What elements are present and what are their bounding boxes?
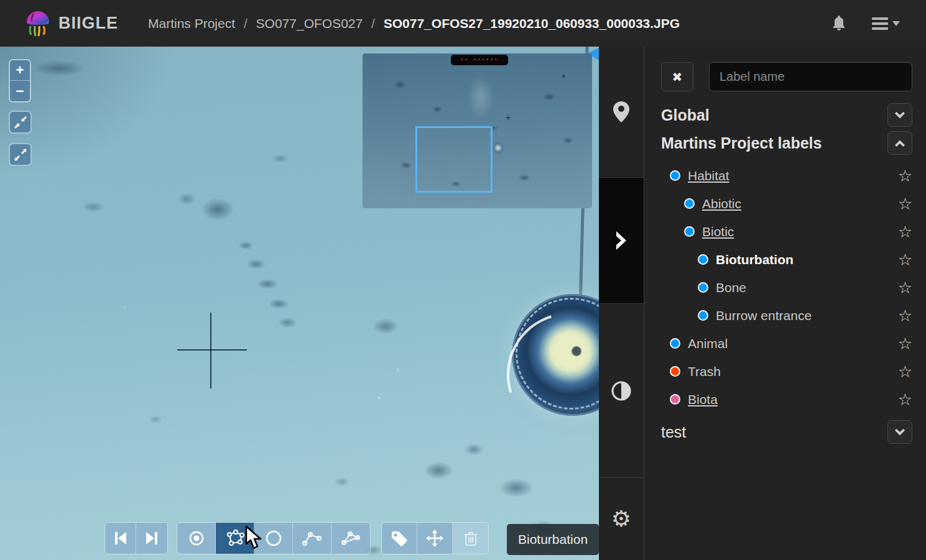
label-row-biotic[interactable]: Biotic ☆	[661, 218, 912, 246]
label-name[interactable]: Bioturbation	[716, 252, 794, 267]
favourite-star-icon[interactable]: ☆	[898, 224, 912, 240]
edit-tools-group	[381, 522, 489, 554]
label-name[interactable]: Abiotic	[702, 196, 741, 211]
breadcrumb-current-image: SO077_OFOS27_19920210_060933_000033.JPG	[384, 16, 680, 30]
tag-icon	[391, 530, 408, 546]
favourite-star-icon[interactable]: ☆	[898, 168, 912, 184]
zoom-in-button[interactable]: +	[10, 60, 30, 81]
label-color-dot	[670, 394, 680, 405]
label-color-dot	[698, 254, 708, 265]
biigle-annotation-app: BIIGLE Martins Project / SO077_OFOS027 /…	[0, 0, 926, 560]
zoom-to-fit-button[interactable]	[9, 111, 32, 134]
mouse-cursor-icon	[244, 525, 265, 550]
minimap-viewport-rect[interactable]	[415, 126, 493, 193]
breadcrumb: Martins Project / SO077_OFOS027 / SO077_…	[148, 16, 680, 31]
clear-search-button[interactable]: ✖	[661, 62, 693, 91]
minimap-laser-cross: +	[562, 72, 566, 81]
label-name[interactable]: Biota	[688, 392, 718, 407]
draw-tools-group	[177, 522, 371, 554]
zoom-control: + −	[9, 59, 31, 103]
labels-tab[interactable]	[599, 177, 644, 303]
brand-name: BIIGLE	[58, 14, 118, 33]
point-icon	[188, 530, 205, 546]
label-name[interactable]: Biotic	[702, 224, 734, 239]
move-annotation-button[interactable]	[417, 523, 453, 554]
biigle-logo[interactable]: BIIGLE	[25, 10, 118, 37]
label-name[interactable]: Animal	[688, 336, 728, 351]
favourite-star-icon[interactable]: ☆	[898, 392, 912, 408]
top-navbar: BIIGLE Martins Project / SO077_OFOS027 /…	[0, 0, 926, 47]
settings-tab[interactable]: ⚙	[599, 477, 644, 560]
previous-image-button[interactable]	[105, 523, 136, 554]
favourite-star-icon[interactable]: ☆	[898, 364, 912, 380]
label-row-bioturbation[interactable]: Bioturbation ☆	[661, 246, 912, 273]
point-tool-button[interactable]	[177, 523, 216, 554]
zoom-out-button[interactable]: −	[10, 81, 30, 101]
sidebar-tab-strip: ⚙	[599, 47, 644, 560]
label-tree: Habitat ☆ Abiotic ☆ Biotic ☆ Bioturbatio…	[661, 162, 912, 413]
annotation-canvas[interactable]: + − •• •••••• + +	[0, 47, 599, 560]
chevron-up-icon	[895, 140, 905, 147]
caret-down-icon	[892, 21, 900, 26]
label-name[interactable]: Bone	[716, 280, 746, 295]
notifications-button[interactable]	[832, 16, 846, 32]
gear-icon: ⚙	[611, 508, 631, 530]
label-name-input[interactable]	[709, 62, 912, 91]
selected-label-badge: Bioturbation	[507, 524, 599, 555]
led-timestamp-overlay: •• ••••••	[451, 55, 508, 65]
chevron-right-icon	[615, 231, 627, 250]
label-name[interactable]: Habitat	[688, 168, 729, 183]
label-row-habitat[interactable]: Habitat ☆	[661, 162, 912, 190]
breadcrumb-volume-link[interactable]: SO077_OFOS027	[256, 16, 363, 30]
favourite-star-icon[interactable]: ☆	[898, 196, 912, 212]
label-row-biota[interactable]: Biota ☆	[661, 385, 912, 413]
delete-annotation-button[interactable]	[453, 523, 488, 554]
label-name[interactable]: Burrow entrance	[716, 308, 812, 323]
favourite-star-icon[interactable]: ☆	[898, 336, 912, 352]
zoom-to-original-button[interactable]	[9, 143, 32, 166]
expand-tree-button[interactable]	[887, 420, 912, 444]
label-row-burrow-entrance[interactable]: Burrow entrance ☆	[661, 301, 912, 329]
label-row-animal[interactable]: Animal ☆	[661, 329, 912, 357]
tree-header-global: Global	[661, 101, 912, 129]
minimap[interactable]: •• •••••• + +	[363, 53, 592, 208]
jellyfish-logo-icon	[25, 10, 51, 37]
chevron-down-icon	[895, 429, 905, 436]
annotation-toolbar: Bioturbation	[0, 522, 599, 554]
contrast-icon	[611, 381, 631, 401]
trash-icon	[463, 530, 478, 546]
attach-label-button[interactable]	[382, 523, 417, 554]
label-row-trash[interactable]: Trash ☆	[661, 357, 912, 385]
magic-polygon-tool-button[interactable]	[331, 523, 370, 554]
bell-icon	[832, 16, 846, 32]
label-color-dot	[684, 198, 695, 209]
polyline-icon	[302, 530, 322, 546]
label-color-dot	[670, 170, 680, 181]
next-image-button[interactable]	[136, 523, 167, 554]
label-color-dot	[698, 310, 708, 321]
annotations-tab[interactable]	[599, 47, 644, 177]
label-row-abiotic[interactable]: Abiotic ☆	[661, 190, 912, 218]
line-tool-button[interactable]	[293, 523, 331, 554]
label-color-dot	[698, 282, 708, 293]
map-marker-icon	[613, 101, 629, 122]
polygon-icon	[226, 530, 244, 547]
label-row-bone[interactable]: Bone ☆	[661, 273, 912, 301]
favourite-star-icon[interactable]: ☆	[898, 308, 912, 324]
breadcrumb-project-link[interactable]: Martins Project	[148, 16, 235, 30]
tree-title: test	[661, 423, 686, 441]
hamburger-icon	[872, 17, 888, 30]
collapse-tree-button[interactable]	[887, 131, 912, 155]
tree-title: Martins Project labels	[661, 134, 822, 152]
favourite-star-icon[interactable]: ☆	[898, 280, 912, 296]
tree-header-martins-project: Martins Project labels	[661, 129, 912, 157]
expand-tree-button[interactable]	[887, 103, 912, 127]
image-nav-group	[104, 522, 168, 554]
label-trees-panel: ✖ Global Martins Project labels	[644, 47, 926, 560]
label-name[interactable]: Trash	[688, 364, 721, 379]
color-adjustment-tab[interactable]	[599, 303, 644, 477]
main-menu-button[interactable]	[872, 17, 900, 30]
label-color-dot	[684, 226, 695, 237]
favourite-star-icon[interactable]: ☆	[898, 252, 912, 268]
step-backward-icon	[114, 531, 127, 545]
